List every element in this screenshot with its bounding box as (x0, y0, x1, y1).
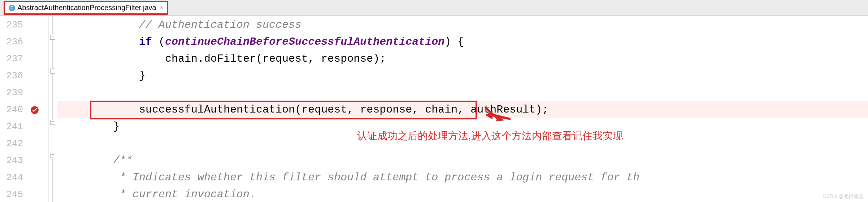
line-number: 236 (0, 34, 27, 50)
marker-column (27, 16, 49, 202)
close-icon[interactable]: × (160, 5, 163, 11)
line-number: 238 (0, 67, 27, 84)
tab-filename: AbstractAuthenticationProcessingFilter.j… (17, 4, 156, 12)
code-line-highlighted: successfulAuthentication(request, respon… (57, 101, 868, 118)
fold-line (52, 158, 53, 202)
code-line: } (57, 67, 868, 84)
line-number: 241 (0, 118, 27, 135)
file-tab[interactable]: AbstractAuthenticationProcessingFilter.j… (4, 1, 168, 15)
breakpoint-icon[interactable] (30, 105, 39, 115)
code-line: * Indicates whether this filter should a… (57, 169, 868, 186)
fold-line (52, 74, 53, 121)
fold-end-icon[interactable] (50, 120, 55, 125)
line-number: 239 (0, 84, 27, 101)
code-line: if (continueChainBeforeSuccessfulAuthent… (57, 34, 868, 50)
line-number: 243 (0, 152, 27, 169)
fold-line (52, 16, 53, 34)
java-class-icon (9, 5, 15, 11)
code-line (57, 84, 868, 101)
line-number: 242 (0, 135, 27, 152)
line-number: 235 (0, 17, 27, 34)
arrow-icon (483, 108, 512, 126)
code-line: /** (57, 152, 868, 169)
line-number: 245 (0, 186, 27, 202)
fold-marker-icon[interactable] (50, 153, 55, 158)
line-number: 244 (0, 169, 27, 186)
line-number: 237 (0, 50, 27, 67)
fold-column (49, 16, 57, 202)
code-editor[interactable]: 235 236 237 238 239 240 241 242 243 244 … (0, 16, 868, 202)
tab-bar: AbstractAuthenticationProcessingFilter.j… (0, 0, 868, 16)
fold-end-icon[interactable] (50, 69, 55, 74)
code-area[interactable]: // Authentication success if (continueCh… (57, 16, 868, 202)
annotation-text: 认证成功之后的处理方法,进入这个方法内部查看记住我实现 (357, 129, 623, 143)
line-number: 240 (0, 101, 27, 118)
watermark: CSDN @北执南念 (823, 193, 864, 200)
code-line: * current invocation. (57, 186, 868, 202)
code-line: // Authentication success (57, 17, 868, 34)
fold-line (52, 40, 53, 69)
line-number-gutter: 235 236 237 238 239 240 241 242 243 244 … (0, 16, 27, 202)
fold-marker-icon[interactable] (50, 35, 55, 40)
code-line: chain.doFilter(request, response); (57, 50, 868, 67)
